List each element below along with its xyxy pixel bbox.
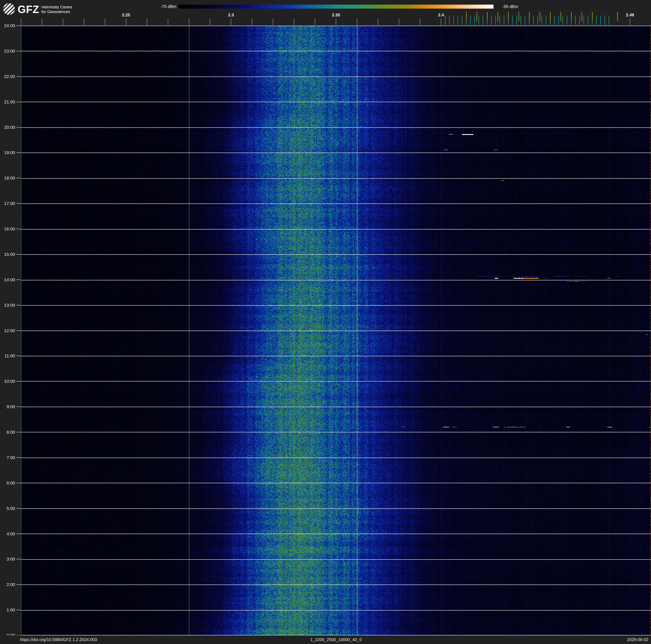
time-axis-tick [17,407,21,407]
freq-axis-label: 2.4 [433,12,450,18]
time-axis-label: 14:00 [0,277,15,282]
freq-minor-tick [147,19,147,25]
time-axis-tick [17,305,21,305]
freq-minor-tick [126,19,126,25]
ble-channel-tick [575,16,576,25]
wifi-channel-tick [571,12,571,21]
ble-channel-tick [458,16,458,25]
ble-channel-tick [517,16,517,25]
time-axis-tick [17,432,21,432]
time-axis-label: 24:00 [0,23,15,28]
ble-channel-tick [584,16,584,25]
time-axis-tick [17,330,21,331]
time-axis-label: 18:00 [0,176,15,180]
ble-channel-tick [567,16,567,25]
freq-minor-tick [630,19,630,25]
ble-channel-tick [596,16,597,25]
time-axis-tick [17,584,21,585]
time-axis-tick [17,381,21,381]
time-axis-label: 6:00 [0,480,15,486]
ble-channel-tick [588,16,588,25]
freq-minor-tick [399,19,399,25]
footer: https://doi.org/10.5880/GFZ.1.2.2024.003… [0,635,651,644]
time-axis-label: 1:00 [0,608,15,612]
ble-channel-tick [525,16,525,25]
time-axis-tick [17,25,21,26]
freq-minor-tick [252,19,252,25]
ble-channel-tick [579,16,580,25]
time-axis-label: 10:00 [0,379,15,384]
wifi-channel-tick [592,12,593,21]
wifi-channel-tick [560,12,561,21]
ble-channel-tick [558,16,559,25]
footer-date: 2025-06-02 [627,637,649,642]
time-axis-tick [17,51,21,51]
time-axis-tick [17,203,21,204]
time-axis-tick [17,508,21,509]
wifi-channel-tick [466,12,467,21]
freq-minor-tick [357,19,357,25]
footer-filename: 1_2200_2500_10000_40_0 [310,637,362,642]
time-axis-label: 3:00 [0,557,15,562]
freq-minor-tick [273,19,273,25]
wifi-channel-tick [487,12,488,21]
time-axis-tick [17,127,21,127]
freq-axis-label: 2.3 [223,12,239,18]
ble-channel-tick [462,16,462,25]
ble-channel-tick [474,16,475,25]
time-axis-label: 8:00 [0,430,15,435]
wifi-channel-tick [529,12,530,21]
footer-doi-link[interactable]: https://doi.org/10.5880/GFZ.1.2.2024.003 [20,637,97,642]
freq-minor-tick [189,19,189,25]
ble-channel-tick [495,16,496,25]
time-axis-tick [17,280,21,280]
ble-channel-tick [563,16,563,25]
time-axis-tick [17,178,21,178]
time-axis-label: 21:00 [0,99,15,105]
freq-minor-tick [231,19,231,25]
wifi-channel-tick [539,12,540,21]
ble-channel-tick [609,16,609,25]
ble-channel-tick [546,16,546,25]
ble-channel-tick [491,16,492,25]
ble-channel-tick [541,16,542,25]
time-axis-tick [17,356,21,356]
wifi-channel-tick [617,12,618,21]
time-axis-label: 13:00 [0,303,15,308]
ble-channel-tick [478,16,479,25]
ble-channel-tick [521,16,521,25]
freq-minor-tick [441,19,441,25]
freq-minor-tick [315,19,315,25]
ble-channel-tick [537,16,538,25]
freq-minor-tick [63,19,63,25]
ble-channel-tick [504,16,504,25]
wifi-channel-tick [519,12,519,21]
ble-channel-tick [554,16,555,25]
time-axis-label: 5:00 [0,506,15,511]
ble-channel-tick [512,16,513,25]
freq-minor-tick [84,19,84,25]
time-axis-tick [17,534,21,534]
ble-channel-tick [600,16,601,25]
ble-channel-tick [500,16,500,25]
time-axis-label: 17:00 [0,201,15,206]
time-axis-tick [17,483,21,483]
wifi-channel-tick [508,12,508,21]
time-axis-label: 22:00 [0,74,15,79]
ble-channel-tick [454,16,454,25]
wifi-channel-tick [497,12,498,21]
freq-minor-tick [294,19,294,25]
ble-channel-tick [470,16,471,25]
time-axis: 24:0023:0022:0021:0020:0019:0018:0017:00… [0,0,21,644]
wifi-channel-tick [582,12,582,21]
freq-minor-tick [378,19,378,25]
time-axis-tick [17,102,21,102]
time-axis-label: 12:00 [0,328,15,333]
freq-axis-label: 2.25 [118,12,134,18]
ble-channel-tick [533,16,534,25]
frequency-axis: 2.252.32.352.42.49 [0,0,651,26]
time-axis-label: 19:00 [0,150,15,155]
time-axis-tick [17,152,21,153]
time-axis-label: 11:00 [0,353,15,358]
time-axis-tick [17,254,21,255]
